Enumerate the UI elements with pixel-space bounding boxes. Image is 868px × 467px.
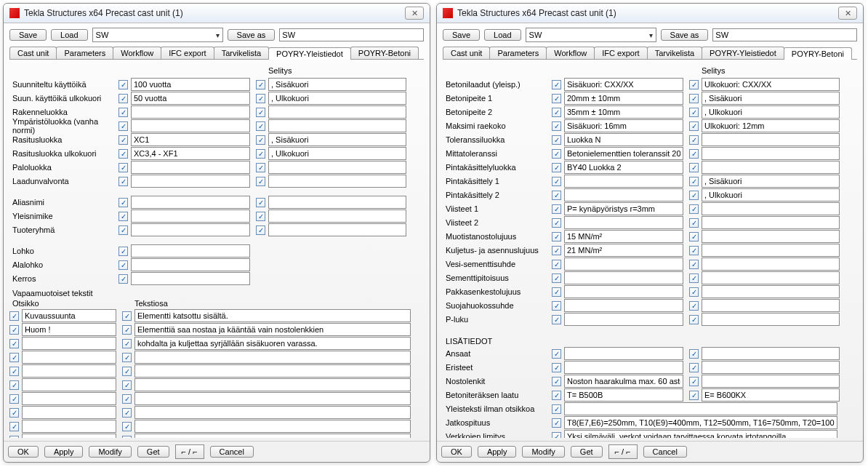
- check-icon[interactable]: ✓: [552, 391, 561, 400]
- teksti-input[interactable]: [134, 364, 411, 378]
- value-input[interactable]: [702, 347, 840, 360]
- check-icon[interactable]: ✓: [552, 135, 561, 145]
- value-input[interactable]: [131, 92, 250, 105]
- tab-tarvikelista[interactable]: Tarvikelista: [214, 47, 269, 59]
- check-icon[interactable]: ✓: [9, 408, 19, 418]
- get-button[interactable]: Get: [137, 446, 169, 458]
- value-input[interactable]: [131, 196, 250, 209]
- value-input[interactable]: [702, 244, 840, 257]
- check-icon[interactable]: ✓: [689, 377, 699, 386]
- check-icon[interactable]: ✓: [689, 121, 699, 131]
- teksti-input[interactable]: [134, 351, 411, 364]
- value-input[interactable]: [564, 78, 683, 91]
- check-icon[interactable]: ✓: [118, 108, 128, 117]
- value-input[interactable]: [268, 119, 406, 132]
- otsikko-input[interactable]: [22, 406, 116, 419]
- check-icon[interactable]: ✓: [118, 135, 128, 145]
- value-input[interactable]: [268, 196, 406, 209]
- check-icon[interactable]: ✓: [118, 149, 128, 159]
- tab-workflow[interactable]: Workflow: [546, 47, 595, 59]
- get-button[interactable]: Get: [571, 446, 603, 458]
- tab-poyry-yleistiedot[interactable]: POYRY-Yleistiedot: [702, 47, 784, 59]
- save-as-button[interactable]: Save as: [661, 29, 709, 41]
- teksti-input[interactable]: [134, 392, 411, 405]
- value-input[interactable]: [564, 244, 683, 257]
- value-input[interactable]: [268, 175, 406, 188]
- check-icon[interactable]: ✓: [552, 363, 561, 372]
- value-input[interactable]: [564, 361, 683, 374]
- check-icon[interactable]: ✓: [552, 108, 561, 117]
- check-icon[interactable]: ✓: [552, 218, 561, 228]
- check-icon[interactable]: ✓: [689, 149, 699, 159]
- check-icon[interactable]: ✓: [689, 94, 699, 103]
- check-icon[interactable]: ✓: [256, 163, 265, 172]
- tab-cast-unit[interactable]: Cast unit: [443, 47, 490, 59]
- check-icon[interactable]: ✓: [689, 135, 699, 145]
- value-input[interactable]: [131, 78, 250, 91]
- check-icon[interactable]: ✓: [118, 198, 128, 207]
- value-input[interactable]: [702, 188, 840, 201]
- load-button[interactable]: Load: [484, 29, 521, 41]
- otsikko-input[interactable]: [22, 337, 116, 350]
- check-icon[interactable]: ✓: [122, 339, 132, 348]
- check-icon[interactable]: ✓: [689, 349, 699, 359]
- check-icon[interactable]: ✓: [689, 204, 699, 214]
- check-icon[interactable]: ✓: [552, 274, 561, 283]
- check-icon[interactable]: ✓: [256, 135, 265, 145]
- value-input[interactable]: [131, 175, 250, 188]
- check-icon[interactable]: ✓: [552, 163, 561, 172]
- check-icon[interactable]: ✓: [552, 94, 561, 103]
- check-icon[interactable]: ✓: [118, 260, 128, 270]
- check-icon[interactable]: ✓: [689, 191, 699, 200]
- value-input[interactable]: [702, 161, 840, 174]
- check-icon[interactable]: ✓: [9, 339, 19, 348]
- save-button[interactable]: Save: [443, 29, 480, 41]
- toggle-checks-icon[interactable]: ⌐ / ⌐: [608, 444, 638, 459]
- otsikko-input[interactable]: [22, 364, 116, 378]
- check-icon[interactable]: ✓: [689, 246, 699, 255]
- check-icon[interactable]: ✓: [122, 380, 132, 390]
- value-input[interactable]: [268, 92, 406, 105]
- check-icon[interactable]: ✓: [118, 225, 128, 235]
- teksti-input[interactable]: [134, 434, 411, 438]
- value-input[interactable]: [564, 105, 683, 119]
- value-input[interactable]: [564, 147, 683, 160]
- apply-button[interactable]: Apply: [478, 446, 517, 458]
- value-input[interactable]: [564, 258, 683, 271]
- otsikko-input[interactable]: [22, 420, 116, 433]
- check-icon[interactable]: ✓: [552, 204, 561, 214]
- value-input[interactable]: [564, 230, 683, 243]
- check-icon[interactable]: ✓: [118, 212, 128, 221]
- teksti-input[interactable]: [134, 323, 411, 336]
- check-icon[interactable]: ✓: [689, 363, 699, 372]
- value-input[interactable]: [564, 299, 683, 312]
- value-input[interactable]: [564, 92, 683, 105]
- value-input[interactable]: [564, 119, 683, 132]
- check-icon[interactable]: ✓: [689, 177, 699, 186]
- toggle-checks-icon[interactable]: ⌐ / ⌐: [175, 444, 204, 459]
- check-icon[interactable]: ✓: [552, 301, 561, 311]
- check-icon[interactable]: ✓: [552, 191, 561, 200]
- value-input[interactable]: [268, 147, 406, 160]
- check-icon[interactable]: ✓: [256, 94, 265, 103]
- check-icon[interactable]: ✓: [689, 274, 699, 283]
- check-icon[interactable]: ✓: [552, 418, 561, 428]
- check-icon[interactable]: ✓: [256, 121, 265, 131]
- check-icon[interactable]: ✓: [552, 177, 561, 186]
- check-icon[interactable]: ✓: [9, 422, 19, 431]
- value-input[interactable]: [564, 347, 683, 360]
- check-icon[interactable]: ✓: [9, 380, 19, 390]
- check-icon[interactable]: ✓: [9, 311, 19, 321]
- value-input[interactable]: [268, 161, 406, 174]
- check-icon[interactable]: ✓: [689, 80, 699, 89]
- teksti-input[interactable]: [134, 337, 411, 350]
- value-input[interactable]: [702, 216, 840, 229]
- otsikko-input[interactable]: [22, 323, 116, 336]
- tab-tarvikelista[interactable]: Tarvikelista: [647, 47, 702, 59]
- value-input[interactable]: [702, 285, 840, 298]
- value-input[interactable]: [564, 133, 683, 146]
- save-as-button[interactable]: Save as: [228, 29, 276, 41]
- value-input[interactable]: [564, 313, 683, 326]
- value-input[interactable]: [702, 258, 840, 271]
- value-input[interactable]: [564, 216, 683, 229]
